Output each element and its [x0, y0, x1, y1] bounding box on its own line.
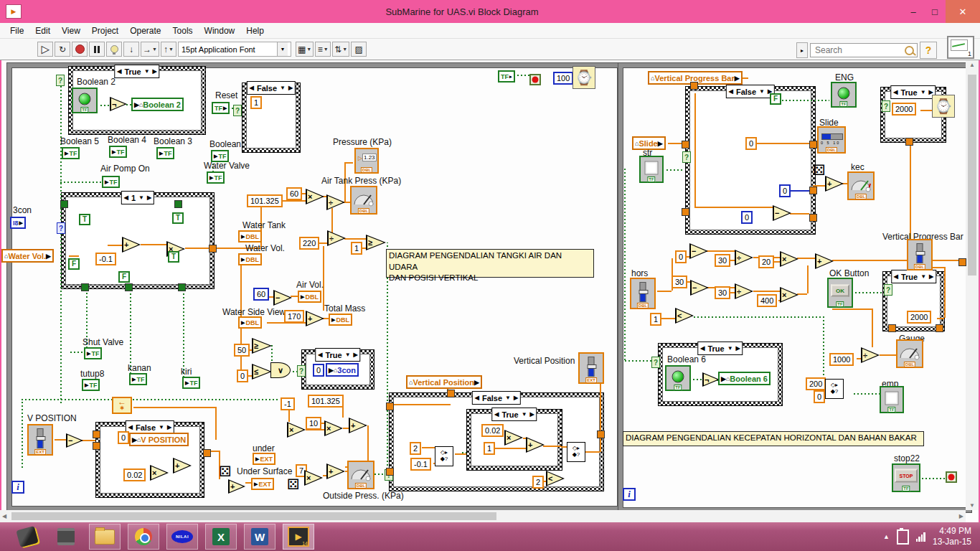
arithmetic-function[interactable]: ×	[324, 420, 343, 436]
v-position-slider-control[interactable]: EXT	[27, 424, 53, 456]
case-selector-label[interactable]: ◀True▼▶	[697, 342, 743, 355]
random-number-function[interactable]: ⚄	[287, 476, 303, 492]
align-objects-button[interactable]: ▦▼	[296, 42, 314, 57]
air-pomp-on-terminal[interactable]: ▶TF	[102, 176, 120, 188]
negate-function[interactable]: −	[66, 433, 83, 448]
step-into-button[interactable]: →▼	[141, 42, 159, 57]
hors-slider-control[interactable]: DBL	[630, 278, 656, 309]
boolean2-local-variable[interactable]: ▶⌂Boolean 2	[131, 98, 184, 111]
taskbar-chrome-button[interactable]	[128, 524, 159, 550]
tray-expand-icon[interactable]: ▲	[883, 533, 890, 540]
air-tank-press-gauge[interactable]: DBL	[350, 186, 377, 215]
scroll-left-arrow[interactable]: ◀	[2, 513, 6, 519]
water-vol-terminal[interactable]: ▶DBL	[238, 253, 262, 265]
numeric-constant[interactable]: 1	[650, 313, 661, 326]
taskbar-chip-icon[interactable]	[50, 524, 82, 550]
help-button[interactable]: ?	[920, 42, 937, 59]
run-button[interactable]: ▶	[37, 42, 53, 57]
close-button[interactable]: ✕	[946, 0, 980, 23]
water-side-view-terminal[interactable]: ▶DBL	[238, 316, 262, 329]
case-selector-label[interactable]: ◀False▼▶	[472, 391, 521, 405]
minimize-button[interactable]: –	[903, 0, 924, 23]
feedback-node[interactable]: ←∗	[112, 397, 132, 414]
tutup8-terminal[interactable]: ▶TF	[82, 379, 100, 391]
arithmetic-function[interactable]: ÷	[326, 194, 345, 210]
numeric-constant[interactable]: 0	[118, 431, 129, 444]
arithmetic-function[interactable]: ×	[150, 465, 169, 481]
numeric-constant[interactable]: 0	[814, 390, 825, 403]
numeric-constant[interactable]: 0.02	[481, 424, 504, 437]
menu-operate[interactable]: Operate	[124, 24, 166, 37]
numeric-constant[interactable]: 220	[299, 237, 319, 250]
numeric-constant[interactable]: -0.1	[410, 458, 431, 471]
taskbar-excel-button[interactable]: X	[205, 524, 237, 550]
boolean6-local-variable[interactable]: ▶⌂Boolean 6	[718, 372, 771, 385]
ok-button-control[interactable]: OKTF	[827, 278, 853, 308]
boolean-constant[interactable]: F	[770, 93, 781, 105]
arithmetic-function[interactable]: ×	[780, 287, 798, 303]
case-selector-terminal[interactable]: ?	[882, 100, 890, 112]
loop-iteration-terminal[interactable]: i	[11, 481, 24, 494]
case-selector-label[interactable]: ◀True▼▶	[491, 408, 537, 421]
select-function[interactable]: ◇▸ ◆?	[825, 379, 844, 399]
vertical-position-local-variable[interactable]: ⌂Vertical Position▶	[406, 375, 482, 389]
numeric-constant[interactable]: 0	[237, 369, 248, 382]
water-tank-terminal[interactable]: ▶DBL	[238, 230, 262, 242]
menu-help[interactable]: Help	[240, 24, 270, 37]
boolean4-terminal[interactable]: ▶TF	[109, 146, 127, 158]
pause-button[interactable]	[89, 42, 105, 57]
not-function[interactable]: ¬	[110, 97, 127, 111]
air-vol-terminal[interactable]: ▶DBL	[298, 291, 321, 303]
str-button-control[interactable]: TF	[639, 156, 664, 183]
numeric-constant[interactable]: 30	[715, 286, 730, 299]
arithmetic-function[interactable]: +	[825, 176, 844, 192]
shut-valve-terminal[interactable]: ▶TF	[84, 347, 102, 359]
loop-condition-terminal[interactable]	[529, 74, 541, 85]
stop22-button[interactable]: STOPTF	[892, 463, 920, 492]
search-collapse-handle[interactable]: ▸	[796, 42, 808, 58]
case-selector-label[interactable]: ◀False▼▶	[247, 81, 296, 95]
reset-terminal[interactable]: TF▶	[212, 102, 230, 114]
boolean-constant[interactable]: T	[172, 212, 184, 224]
kanan-terminal[interactable]: ▶TF	[129, 373, 147, 385]
emp-indicator[interactable]: TF	[880, 386, 904, 413]
arithmetic-function[interactable]: +	[526, 437, 545, 453]
3con-terminal[interactable]: I8▶	[10, 217, 26, 229]
numeric-constant[interactable]: -1	[281, 397, 295, 410]
total-mass-terminal[interactable]: ▶DBL	[329, 314, 352, 326]
3con-local-variable[interactable]: ▶⌂3con	[326, 363, 359, 377]
kiri-terminal[interactable]: ▶TF	[182, 377, 200, 389]
clean-up-diagram-button[interactable]: ▨	[351, 42, 367, 57]
numeric-constant[interactable]: 2	[410, 442, 421, 455]
arithmetic-function[interactable]: −	[690, 280, 709, 296]
water-vol-local-variable[interactable]: ⌂Water Vol.▶	[1, 249, 54, 263]
v-position-local-variable[interactable]: ▶⌂V POSITION	[129, 433, 189, 446]
numeric-constant[interactable]: 0	[779, 184, 791, 197]
numeric-constant[interactable]: 60	[286, 187, 302, 200]
numeric-constant[interactable]: 1000	[829, 353, 854, 366]
arithmetic-function[interactable]: +	[122, 237, 141, 253]
boolean5-terminal[interactable]: ▶TF	[62, 147, 80, 159]
menu-tools[interactable]: Tools	[167, 24, 199, 37]
slide-control[interactable]: 0 5 10DBL	[817, 126, 846, 154]
select-function[interactable]: ◇▸ ◆?	[435, 446, 453, 466]
taskbar-tool-icon[interactable]	[11, 524, 43, 550]
taskbar-explorer-button[interactable]	[89, 524, 121, 550]
stop-tf-constant[interactable]: TF▸	[498, 70, 515, 83]
step-out-button[interactable]: ↑▼	[161, 42, 176, 57]
numeric-constant[interactable]: 1	[250, 96, 262, 109]
case-reset[interactable]: ◀False▼▶	[242, 83, 301, 153]
boolean2-led-control[interactable]: TF	[72, 88, 98, 113]
taskbar-clock[interactable]: 4:49 PM 13-Jan-15	[933, 526, 971, 547]
loop-condition-terminal[interactable]	[946, 471, 957, 483]
case-selector-terminal[interactable]: ?	[56, 75, 65, 86]
arithmetic-function[interactable]: ÷	[735, 283, 753, 299]
numeric-constant[interactable]: 50	[234, 344, 250, 357]
search-box[interactable]	[810, 43, 918, 57]
numeric-constant[interactable]: 0	[741, 211, 753, 224]
case-selector-terminal[interactable]: ?	[233, 105, 242, 116]
numeric-constant[interactable]: 170	[284, 310, 304, 323]
select-function[interactable]: ◇▸ ◆?	[567, 442, 585, 462]
font-selector[interactable]: 15pt Application Font ▼	[178, 42, 291, 57]
gauge-indicator[interactable]: DBL	[896, 339, 923, 368]
